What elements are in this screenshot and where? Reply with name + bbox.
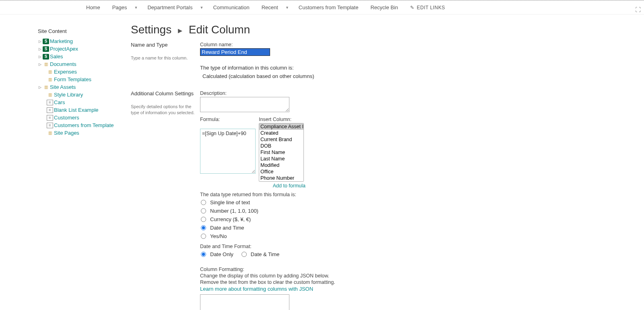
- breadcrumb-separator-icon: ▸: [175, 25, 186, 35]
- main-content: Settings ▸ Edit Column Name and Type Typ…: [115, 18, 517, 310]
- library-icon: ▥: [43, 62, 49, 67]
- tree-link[interactable]: Expenses: [54, 69, 77, 75]
- dt-format-date-time[interactable]: Date & Time: [241, 250, 280, 259]
- chevron-down-icon[interactable]: ▼: [285, 6, 292, 10]
- return-type-radio[interactable]: [201, 217, 206, 222]
- add-to-formula-link[interactable]: Add to formula: [273, 183, 305, 189]
- return-type-yes/no[interactable]: Yes/No: [200, 232, 517, 240]
- insert-column-option[interactable]: Last Name: [259, 156, 303, 162]
- tree-item-projectapex[interactable]: ▷SProjectApex: [38, 45, 115, 53]
- label-column-formatting: Column Formatting:: [200, 267, 517, 272]
- insert-column-option[interactable]: Created: [259, 130, 303, 136]
- dt-format-label: Date & Time: [251, 251, 280, 257]
- nav-customers-from-template[interactable]: Customers from Template: [293, 1, 364, 14]
- insert-column-option[interactable]: Phone Number: [259, 175, 303, 181]
- return-type-radio[interactable]: [201, 234, 206, 239]
- tree-item-customers[interactable]: ≡Customers: [38, 114, 115, 121]
- return-type-currency[interactable]: Currency ($, ¥, €): [200, 215, 517, 224]
- json-formatting-textarea[interactable]: [200, 294, 289, 310]
- site-content-tree: ▷SMarketing▷SProjectApex▷SSales▷▥Documen…: [38, 37, 115, 137]
- expander-icon[interactable]: ▷: [38, 55, 42, 59]
- return-type-date[interactable]: Date and Time: [200, 224, 517, 232]
- library-icon: ▥: [47, 69, 53, 75]
- breadcrumb: Settings ▸ Edit Column: [131, 23, 517, 36]
- return-type-number[interactable]: Number (1, 1.0, 100): [200, 207, 517, 215]
- tree-item-marketing[interactable]: ▷SMarketing: [38, 37, 115, 45]
- return-type-radio[interactable]: [201, 225, 206, 230]
- tree-link[interactable]: Blank List Example: [54, 107, 99, 113]
- tree-item-blank-list-example[interactable]: ≡Blank List Example: [38, 106, 115, 114]
- tree-item-expenses[interactable]: ▥Expenses: [38, 68, 115, 76]
- tree-item-documents[interactable]: ▷▥Documents: [38, 60, 115, 68]
- breadcrumb-page: Edit Column: [189, 23, 250, 36]
- return-type-single[interactable]: Single line of text: [200, 198, 517, 207]
- tree-item-site-assets[interactable]: ▷▥Site Assets: [38, 83, 115, 91]
- insert-column-option[interactable]: Current Brand: [259, 136, 303, 143]
- insert-column-option[interactable]: First Name: [259, 149, 303, 156]
- nav-home[interactable]: Home: [80, 1, 106, 14]
- sharepoint-site-icon: S: [43, 46, 49, 52]
- label-description: Description:: [200, 90, 517, 96]
- tree-link[interactable]: Style Library: [54, 92, 83, 98]
- library-icon: ▥: [47, 130, 53, 136]
- tree-link[interactable]: Customers: [54, 115, 79, 121]
- tree-link[interactable]: Form Templates: [54, 76, 91, 82]
- help-additional: Specify detailed options for the type of…: [131, 104, 196, 116]
- dt-format-radio[interactable]: [201, 252, 206, 257]
- tree-link[interactable]: Customers from Template: [54, 122, 114, 128]
- tree-link[interactable]: ProjectApex: [50, 46, 78, 52]
- tree-link[interactable]: Cars: [54, 99, 65, 105]
- label-column-name: Column name:: [200, 42, 517, 47]
- dt-format-date-only[interactable]: Date Only: [200, 250, 233, 259]
- expander-icon[interactable]: ▷: [38, 85, 42, 89]
- tree-item-style-library[interactable]: ▥Style Library: [38, 91, 115, 99]
- return-type-label: Single line of text: [210, 199, 250, 205]
- tree-link[interactable]: Sales: [50, 53, 63, 60]
- label-column-type: The type of information in this column i…: [200, 65, 517, 71]
- tree-link[interactable]: Documents: [50, 61, 76, 67]
- column-name-input[interactable]: Reward Period End: [200, 48, 270, 56]
- tree-link[interactable]: Site Assets: [50, 84, 76, 90]
- dt-format-radio[interactable]: [242, 252, 247, 257]
- insert-column-option[interactable]: Office: [259, 168, 303, 175]
- tree-link[interactable]: Site Pages: [54, 130, 79, 136]
- library-icon: ▥: [47, 77, 53, 82]
- nav-communication[interactable]: Communication: [207, 1, 255, 14]
- json-learn-more-link[interactable]: Learn more about formatting columns with…: [200, 286, 313, 292]
- insert-column-list[interactable]: Compliance Asset IdCreatedCurrent BrandD…: [259, 123, 304, 182]
- help-column-formatting-2: Remove the text from the box to clear th…: [200, 279, 517, 285]
- return-type-label: Number (1, 1.0, 100): [210, 208, 258, 214]
- formula-textarea[interactable]: [200, 129, 256, 174]
- edit-links-button[interactable]: ✎EDIT LINKS: [405, 1, 451, 14]
- return-type-label: Date and Time: [210, 225, 244, 231]
- expander-icon[interactable]: ▷: [38, 62, 42, 66]
- return-type-radio[interactable]: [201, 208, 206, 214]
- sharepoint-site-icon: S: [43, 39, 49, 44]
- expander-icon[interactable]: ▷: [38, 47, 42, 51]
- tree-item-sales[interactable]: ▷SSales: [38, 53, 115, 60]
- tree-item-cars[interactable]: ≡Cars: [38, 99, 115, 106]
- chevron-down-icon[interactable]: ▼: [200, 6, 206, 10]
- nav-recycle-bin[interactable]: Recycle Bin: [365, 1, 404, 14]
- nav-department-portals[interactable]: Department Portals: [142, 1, 198, 14]
- insert-column-option[interactable]: DOB: [259, 143, 303, 149]
- dt-format-label: Date Only: [210, 251, 233, 257]
- tree-item-customers-from-template[interactable]: ≡Customers from Template: [38, 121, 115, 129]
- chevron-down-icon[interactable]: ▼: [134, 6, 141, 10]
- breadcrumb-root[interactable]: Settings: [131, 23, 171, 36]
- tree-link[interactable]: Marketing: [50, 38, 73, 44]
- focus-mode-icon[interactable]: ⛶: [635, 6, 641, 13]
- nav-recent[interactable]: Recent: [256, 1, 284, 14]
- insert-column-option[interactable]: Modified: [259, 162, 303, 168]
- nav-pages[interactable]: Pages: [107, 1, 133, 14]
- insert-column-option[interactable]: Compliance Asset Id: [259, 123, 303, 130]
- sidebar-heading: Site Content: [38, 28, 115, 34]
- description-textarea[interactable]: [200, 97, 289, 112]
- tree-item-form-templates[interactable]: ▥Form Templates: [38, 76, 115, 83]
- insert-column-option[interactable]: Sign Up Date: [259, 181, 303, 182]
- expander-icon[interactable]: ▷: [38, 39, 42, 43]
- tree-item-site-pages[interactable]: ▥Site Pages: [38, 129, 115, 137]
- return-type-radio[interactable]: [201, 200, 206, 205]
- section-name-type: Name and Type: [131, 42, 196, 48]
- pencil-icon: ✎: [410, 5, 415, 10]
